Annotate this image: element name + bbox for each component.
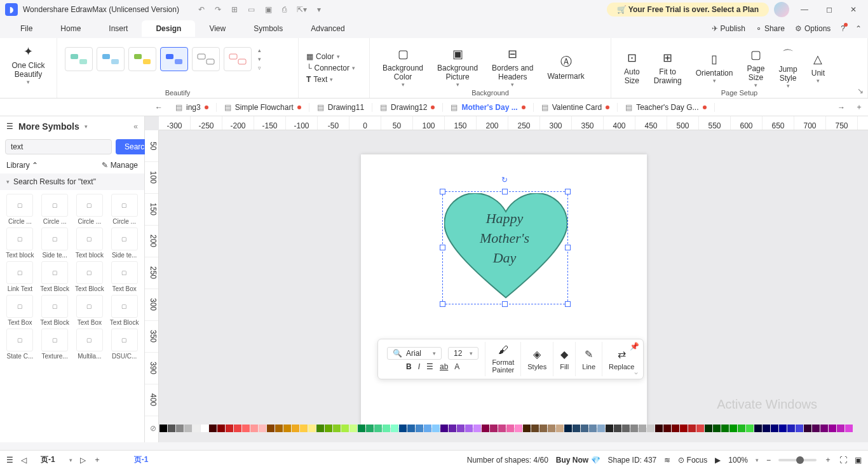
zoom-in-button[interactable]: ＋: [824, 454, 832, 465]
color-swatch[interactable]: [539, 425, 547, 432]
symbol-thumbnail[interactable]: ▢: [6, 329, 33, 351]
export-icon[interactable]: ⇱▾: [297, 5, 307, 14]
borders-headers-button[interactable]: ⊟Borders and Headers▾: [487, 44, 538, 90]
undo-icon[interactable]: ↶: [198, 5, 205, 14]
color-swatch[interactable]: [349, 425, 357, 432]
search-results-header[interactable]: ▾Search Results for "text": [0, 173, 144, 190]
color-swatch[interactable]: [663, 425, 671, 432]
no-fill-icon[interactable]: ⊘: [150, 424, 156, 433]
color-swatch[interactable]: [416, 425, 423, 432]
color-swatch[interactable]: [300, 425, 308, 432]
color-swatch[interactable]: [341, 425, 349, 432]
redo-icon[interactable]: ↷: [215, 5, 221, 14]
menu-advanced[interactable]: Advanced: [297, 20, 358, 37]
color-swatch[interactable]: [383, 425, 390, 432]
color-swatch[interactable]: [647, 425, 654, 432]
trial-banner[interactable]: 🛒 Your Free Trial is over. Select a Plan: [607, 3, 769, 17]
color-swatch[interactable]: [721, 425, 729, 432]
bg-picture-button[interactable]: ▣Background Picture▾: [432, 44, 483, 90]
color-swatch[interactable]: [746, 425, 754, 432]
document-tab[interactable]: ▤Mother's Day ...: [443, 103, 533, 112]
color-swatch[interactable]: [705, 425, 712, 432]
symbol-thumbnail[interactable]: ▢: [111, 295, 138, 318]
color-swatch[interactable]: [606, 425, 613, 432]
color-swatch[interactable]: [837, 425, 844, 432]
rotate-handle-icon[interactable]: ↻: [501, 175, 508, 184]
color-swatch[interactable]: [597, 425, 605, 432]
maximize-button[interactable]: ◻: [820, 3, 839, 17]
symbol-thumbnail[interactable]: ▢: [6, 194, 33, 217]
symbol-thumbnail[interactable]: ▢: [6, 228, 33, 250]
color-swatch[interactable]: [407, 425, 415, 432]
symbol-thumbnail[interactable]: ▢: [41, 194, 68, 217]
menu-insert[interactable]: Insert: [95, 20, 142, 37]
more-qat-icon[interactable]: ▾: [317, 5, 321, 14]
strikethrough-button[interactable]: ab: [440, 362, 448, 371]
color-swatch[interactable]: [217, 425, 225, 432]
bg-color-button[interactable]: ▢Background Color▾: [377, 44, 428, 90]
color-swatch[interactable]: [829, 425, 836, 432]
color-swatch[interactable]: [804, 425, 811, 432]
page-nav-next[interactable]: ▷: [80, 456, 86, 465]
color-swatch[interactable]: [374, 425, 382, 432]
symbol-thumbnail[interactable]: ▢: [41, 329, 68, 351]
color-swatch[interactable]: [515, 425, 522, 432]
color-swatch[interactable]: [432, 425, 440, 432]
style-preset-1[interactable]: [65, 47, 93, 71]
fullscreen-icon[interactable]: ▣: [855, 456, 862, 465]
color-swatch[interactable]: [308, 425, 316, 432]
unit-button[interactable]: △Unit▾: [806, 50, 830, 86]
save-icon[interactable]: ▣: [265, 5, 272, 14]
page-size-button[interactable]: ▢Page Size▾: [742, 45, 770, 91]
color-swatch[interactable]: [763, 425, 770, 432]
color-swatch[interactable]: [688, 425, 696, 432]
color-swatch[interactable]: [564, 425, 572, 432]
color-swatch[interactable]: [366, 425, 374, 432]
document-tab[interactable]: ▤ing3: [168, 103, 217, 112]
format-painter-button[interactable]: 🖌Format Painter: [485, 342, 521, 376]
orientation-button[interactable]: ▯Orientation▾: [691, 50, 738, 86]
color-swatch[interactable]: [184, 425, 192, 432]
color-swatch[interactable]: [845, 425, 853, 432]
color-swatch[interactable]: [440, 425, 448, 432]
publish-button[interactable]: ✈ Publish: [712, 24, 745, 33]
color-swatch[interactable]: [457, 425, 465, 432]
layers-icon[interactable]: ≋: [664, 456, 670, 465]
color-swatch[interactable]: [771, 425, 778, 432]
document-tab[interactable]: ▤Drawing11: [309, 103, 372, 112]
document-tab[interactable]: ▤Simple Flowchart: [217, 103, 309, 112]
color-swatch[interactable]: [283, 425, 291, 432]
color-swatch[interactable]: [581, 425, 588, 432]
symbol-thumbnail[interactable]: ▢: [111, 261, 138, 284]
user-avatar[interactable]: [774, 2, 789, 17]
symbol-thumbnail[interactable]: ▢: [111, 329, 138, 351]
color-swatch[interactable]: [796, 425, 803, 432]
text-style-button[interactable]: T Text ▾: [306, 74, 362, 85]
color-swatch[interactable]: [159, 425, 167, 432]
page-tab-active[interactable]: 页-1: [128, 454, 155, 465]
tab-scroll-right[interactable]: →: [832, 103, 850, 112]
color-swatch[interactable]: [622, 425, 630, 432]
color-swatch[interactable]: [358, 425, 365, 432]
symbol-thumbnail[interactable]: ▢: [111, 194, 138, 217]
color-swatch[interactable]: [812, 425, 820, 432]
zoom-slider[interactable]: [778, 459, 817, 461]
color-swatch[interactable]: [655, 425, 663, 432]
color-button[interactable]: ▦ Color ▾: [306, 51, 362, 62]
symbol-thumbnail[interactable]: ▢: [41, 261, 68, 284]
add-page-button[interactable]: ＋: [93, 454, 101, 465]
color-swatch[interactable]: [787, 425, 795, 432]
help-button[interactable]: ?: [841, 24, 845, 33]
color-swatch[interactable]: [589, 425, 597, 432]
color-swatch[interactable]: [820, 425, 828, 432]
page-setup-launcher-icon[interactable]: ↘: [857, 86, 864, 95]
color-swatch[interactable]: [639, 425, 646, 432]
color-swatch[interactable]: [201, 425, 208, 432]
bold-button[interactable]: B: [406, 362, 412, 371]
symbol-thumbnail[interactable]: ▢: [76, 261, 103, 284]
color-swatch[interactable]: [325, 425, 332, 432]
share-button[interactable]: ⚬ Share: [756, 24, 785, 33]
menu-home[interactable]: Home: [46, 20, 95, 37]
color-swatch[interactable]: [630, 425, 638, 432]
color-swatch[interactable]: [573, 425, 580, 432]
